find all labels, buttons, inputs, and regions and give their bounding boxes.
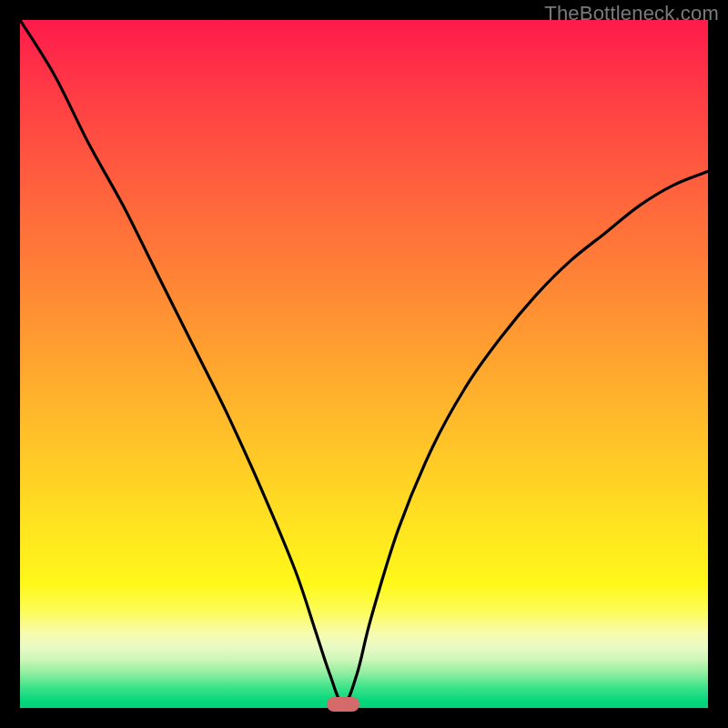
optimum-marker <box>327 697 359 712</box>
chart-frame: TheBottleneck.com <box>0 0 728 728</box>
bottleneck-curve <box>20 20 708 708</box>
plot-area <box>20 20 708 708</box>
